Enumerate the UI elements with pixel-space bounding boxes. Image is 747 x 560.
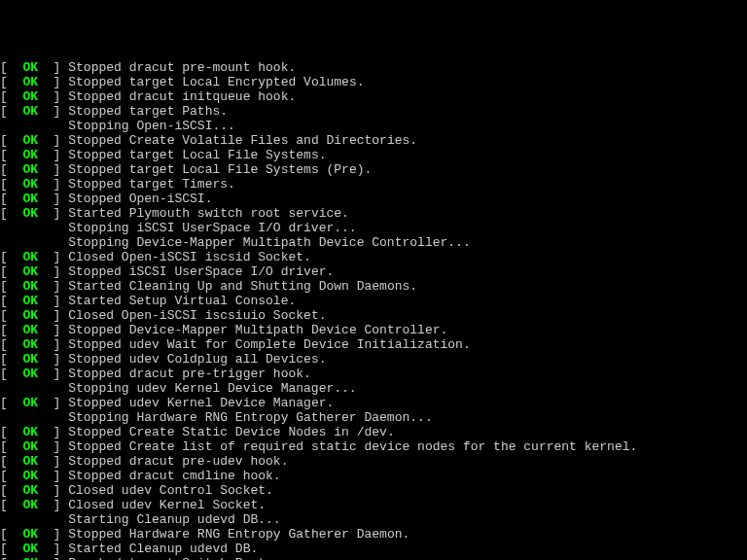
- status-bracket-open: [: [0, 352, 22, 367]
- console-line: [ OK ] Stopped dracut pre-mount hook.: [0, 60, 747, 75]
- console-line: [ OK ] Closed udev Kernel Socket.: [0, 498, 747, 512]
- console-line: [ OK ] Stopped Device-Mapper Multipath D…: [0, 323, 747, 337]
- console-line: [ OK ] Stopped Open-iSCSI.: [0, 192, 747, 206]
- console-message: Stopped target Local File Systems (Pre).: [68, 162, 372, 177]
- status-bracket-close: ]: [38, 352, 68, 367]
- status-bracket-close: ]: [38, 177, 68, 192]
- status-bracket-open: [: [0, 396, 22, 410]
- status-bracket-open: [: [0, 367, 22, 381]
- status-bracket-open: [: [0, 75, 22, 89]
- console-message: Started Cleanup udevd DB.: [68, 542, 258, 556]
- console-line: [ OK ] Stopped target Local File Systems…: [0, 162, 747, 177]
- console-message: Closed Open-iSCSI iscsiuio Socket.: [68, 308, 326, 323]
- console-message: Stopping Open-iSCSI...: [68, 119, 235, 133]
- status-ok: OK: [22, 75, 38, 89]
- status-bracket-open: [: [0, 323, 22, 337]
- console-message: Stopped target Local Encrypted Volumes.: [68, 75, 364, 89]
- console-line: [ OK ] Reached target Switch Root.: [0, 556, 747, 560]
- console-line: [ OK ] Closed Open-iSCSI iscsiuio Socket…: [0, 308, 747, 323]
- console-message: Stopped Device-Mapper Multipath Device C…: [68, 323, 447, 337]
- status-bracket-close: ]: [38, 483, 68, 498]
- status-bracket-open: [: [0, 308, 22, 323]
- console-message: Starting Cleanup udevd DB...: [68, 512, 280, 527]
- console-message: Closed Open-iSCSI iscsid Socket.: [68, 250, 311, 264]
- console-line: [ OK ] Stopped dracut pre-udev hook.: [0, 454, 747, 469]
- console-message: Stopped target Local File Systems.: [68, 148, 326, 162]
- status-bracket-close: ]: [38, 206, 68, 221]
- status-ok: OK: [22, 439, 38, 454]
- console-message: Stopped Create Static Device Nodes in /d…: [68, 425, 394, 439]
- console-message: Reached target Switch Root.: [68, 556, 273, 560]
- console-line: Stopping Device-Mapper Multipath Device …: [0, 235, 747, 250]
- status-ok: OK: [22, 279, 38, 294]
- status-bracket-close: ]: [38, 542, 68, 556]
- status-ok: OK: [22, 104, 38, 119]
- status-ok: OK: [22, 250, 38, 264]
- status-ok: OK: [22, 367, 38, 381]
- status-ok: OK: [22, 192, 38, 206]
- status-padding: [0, 235, 68, 250]
- status-bracket-close: ]: [38, 498, 68, 512]
- status-bracket-close: ]: [38, 556, 68, 560]
- console-line: Starting Cleanup udevd DB...: [0, 512, 747, 527]
- console-message: Stopped dracut cmdline hook.: [68, 469, 280, 483]
- status-bracket-close: ]: [38, 454, 68, 469]
- console-line: [ OK ] Started Setup Virtual Console.: [0, 294, 747, 308]
- status-ok: OK: [22, 542, 38, 556]
- console-line: [ OK ] Started Cleanup udevd DB.: [0, 542, 747, 556]
- status-ok: OK: [22, 352, 38, 367]
- console-message: Stopped dracut pre-mount hook.: [68, 60, 296, 75]
- status-ok: OK: [22, 556, 38, 560]
- status-padding: [0, 221, 68, 235]
- status-bracket-open: [: [0, 104, 22, 119]
- console-line: [ OK ] Stopped udev Wait for Complete De…: [0, 337, 747, 352]
- status-bracket-close: ]: [38, 469, 68, 483]
- console-line: [ OK ] Stopped dracut cmdline hook.: [0, 469, 747, 483]
- status-ok: OK: [22, 323, 38, 337]
- status-bracket-close: ]: [38, 250, 68, 264]
- console-message: Stopping Hardware RNG Entropy Gatherer D…: [68, 410, 432, 425]
- console-line: [ OK ] Stopped target Paths.: [0, 104, 747, 119]
- console-message: Started Plymouth switch root service.: [68, 206, 349, 221]
- status-bracket-open: [: [0, 60, 22, 75]
- status-bracket-open: [: [0, 192, 22, 206]
- console-message: Stopped Create Volatile Files and Direct…: [68, 133, 417, 148]
- status-bracket-open: [: [0, 250, 22, 264]
- status-bracket-close: ]: [38, 308, 68, 323]
- status-bracket-close: ]: [38, 337, 68, 352]
- console-line: [ OK ] Stopped target Timers.: [0, 177, 747, 192]
- status-ok: OK: [22, 60, 38, 75]
- console-message: Stopped dracut pre-udev hook.: [68, 454, 288, 469]
- status-bracket-open: [: [0, 556, 22, 560]
- console-line: [ OK ] Closed Open-iSCSI iscsid Socket.: [0, 250, 747, 264]
- console-message: Started Cleaning Up and Shutting Down Da…: [68, 279, 417, 294]
- status-bracket-close: ]: [38, 133, 68, 148]
- console-line: [ OK ] Stopped target Local Encrypted Vo…: [0, 75, 747, 89]
- status-bracket-close: ]: [38, 425, 68, 439]
- status-padding: [0, 119, 68, 133]
- status-bracket-close: ]: [38, 162, 68, 177]
- status-ok: OK: [22, 148, 38, 162]
- console-line: [ OK ] Stopped Create Volatile Files and…: [0, 133, 747, 148]
- status-ok: OK: [22, 89, 38, 104]
- console-line: [ OK ] Stopped target Local File Systems…: [0, 148, 747, 162]
- console-line: [ OK ] Started Cleaning Up and Shutting …: [0, 279, 747, 294]
- console-message: Started Setup Virtual Console.: [68, 294, 296, 308]
- status-bracket-open: [: [0, 469, 22, 483]
- status-bracket-open: [: [0, 498, 22, 512]
- status-bracket-close: ]: [38, 89, 68, 104]
- console-message: Stopped Hardware RNG Entropy Gatherer Da…: [68, 527, 409, 542]
- boot-console: [ OK ] Stopped dracut pre-mount hook.[ O…: [0, 60, 747, 560]
- status-bracket-open: [: [0, 542, 22, 556]
- console-message: Stopped Create list of required static d…: [68, 439, 637, 454]
- status-bracket-open: [: [0, 89, 22, 104]
- console-message: Closed udev Control Socket.: [68, 483, 273, 498]
- console-line: [ OK ] Closed udev Control Socket.: [0, 483, 747, 498]
- console-line: [ OK ] Stopped Create Static Device Node…: [0, 425, 747, 439]
- status-bracket-open: [: [0, 206, 22, 221]
- console-line: Stopping Hardware RNG Entropy Gatherer D…: [0, 410, 747, 425]
- status-bracket-open: [: [0, 133, 22, 148]
- status-ok: OK: [22, 162, 38, 177]
- status-ok: OK: [22, 425, 38, 439]
- status-bracket-open: [: [0, 425, 22, 439]
